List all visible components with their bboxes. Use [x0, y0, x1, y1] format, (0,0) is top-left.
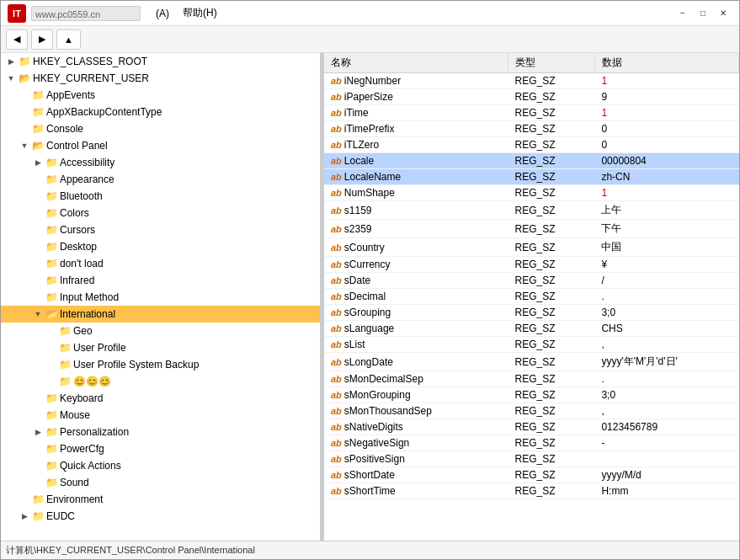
- up-button[interactable]: ▲: [56, 29, 81, 50]
- tree-item-dont-load[interactable]: don't load: [1, 255, 320, 272]
- tree-item-sound[interactable]: Sound: [1, 474, 320, 491]
- cell-value: 1: [594, 185, 738, 201]
- folder-icon: [58, 375, 72, 388]
- col-header-name[interactable]: 名称: [324, 53, 508, 73]
- cell-value: -: [594, 435, 738, 451]
- table-row[interactable]: abLocaleREG_SZ00000804: [324, 153, 739, 169]
- tree-item-international[interactable]: ▼ International: [1, 306, 320, 323]
- table-row[interactable]: absDecimalREG_SZ.: [324, 289, 739, 305]
- folder-icon: [45, 408, 58, 422]
- tree-item-input-method[interactable]: Input Method: [1, 289, 320, 306]
- url-bar: www.pc0559.cn: [31, 6, 141, 21]
- cell-value: ,: [594, 337, 738, 353]
- expander-icon: [31, 173, 45, 186]
- table-row[interactable]: absGroupingREG_SZ3;0: [324, 305, 739, 321]
- table-row[interactable]: abiTimePrefixREG_SZ0: [324, 121, 739, 137]
- tree-item-appxbackup[interactable]: AppXBackupContentType: [1, 104, 320, 120]
- table-row[interactable]: absNegativeSignREG_SZ-: [324, 435, 739, 451]
- tree-item-hkey-current-user[interactable]: ▼ HKEY_CURRENT_USER: [1, 70, 320, 87]
- cell-value: yyyy'年'M'月'd'日': [594, 353, 738, 371]
- tree-item-mouse[interactable]: Mouse: [1, 407, 320, 424]
- tree-item-personalization[interactable]: ▶ Personalization: [1, 424, 320, 440]
- maximize-button[interactable]: □: [694, 4, 712, 23]
- tree-label: don't load: [60, 258, 104, 269]
- tree-item-eudc[interactable]: ▶ EUDC: [1, 508, 320, 525]
- tree-item-powercfg[interactable]: PowerCfg: [1, 440, 320, 457]
- table-row[interactable]: absMonDecimalSepREG_SZ.: [324, 371, 739, 387]
- minimize-button[interactable]: −: [673, 4, 692, 23]
- col-header-type[interactable]: 类型: [508, 53, 595, 73]
- tree-item-hkey-classes-root[interactable]: ▶ HKEY_CLASSES_ROOT: [1, 53, 320, 70]
- table-row[interactable]: absCountryREG_SZ中国: [324, 238, 739, 257]
- expander-icon: [45, 375, 58, 388]
- table-row[interactable]: abs2359REG_SZ下午: [324, 220, 739, 238]
- cell-value: 1: [594, 105, 738, 121]
- expander-icon: ▶: [18, 509, 31, 523]
- cell-value: 0123456789: [594, 419, 738, 435]
- tree-item-user-profile-system[interactable]: User Profile System Backup: [1, 356, 320, 373]
- col-header-data[interactable]: 数据: [594, 53, 738, 73]
- tree-item-environment[interactable]: Environment: [1, 491, 320, 508]
- table-row[interactable]: absPositiveSignREG_SZ: [324, 451, 739, 467]
- table-row[interactable]: absMonGroupingREG_SZ3;0: [324, 387, 739, 403]
- table-row[interactable]: abiTimeREG_SZ1: [324, 105, 739, 121]
- tree-item-cursors[interactable]: Cursors: [1, 221, 320, 238]
- table-row[interactable]: abiNegNumberREG_SZ1: [324, 73, 739, 89]
- tree-item-appevents[interactable]: AppEvents: [1, 87, 320, 104]
- reg-icon: ab: [331, 406, 342, 416]
- tree-item-colors[interactable]: Colors: [1, 205, 320, 221]
- tree-item-console[interactable]: Console: [1, 120, 320, 137]
- table-row[interactable]: absCurrencyREG_SZ¥: [324, 257, 739, 273]
- tree-item-quick-actions[interactable]: Quick Actions: [1, 457, 320, 474]
- back-button[interactable]: ◀: [6, 29, 28, 50]
- cell-name: absPositiveSign: [324, 451, 508, 467]
- table-row[interactable]: absDateREG_SZ/: [324, 273, 739, 289]
- tree-item-control-panel[interactable]: ▼ Control Panel: [1, 137, 320, 154]
- tree-item-user-profile[interactable]: User Profile: [1, 339, 320, 356]
- table-row[interactable]: absShortDateREG_SZyyyy/M/d: [324, 467, 739, 483]
- table-row[interactable]: absMonThousandSepREG_SZ,: [324, 403, 739, 419]
- tree-item-emoji[interactable]: 😊😊😊: [1, 373, 320, 390]
- table-row[interactable]: abNumShapeREG_SZ1: [324, 185, 739, 201]
- expander-icon: [45, 324, 58, 338]
- table-row[interactable]: abLocaleNameREG_SZzh-CN: [324, 169, 739, 185]
- folder-icon: [31, 509, 45, 523]
- table-row[interactable]: abiPaperSizeREG_SZ9: [324, 89, 739, 105]
- cell-type: REG_SZ: [508, 73, 595, 89]
- tree-item-appearance[interactable]: Appearance: [1, 171, 320, 188]
- cell-name: abiTimePrefix: [324, 121, 508, 137]
- cell-value: [594, 451, 738, 467]
- folder-icon: [45, 240, 58, 253]
- table-row[interactable]: absLanguageREG_SZCHS: [324, 321, 739, 337]
- forward-button[interactable]: ▶: [31, 29, 53, 50]
- folder-icon: [45, 206, 58, 220]
- table-row[interactable]: abs1159REG_SZ上午: [324, 201, 739, 220]
- tree-label: HKEY_CLASSES_ROOT: [33, 56, 147, 67]
- cell-name: abs1159: [324, 201, 508, 220]
- tree-item-desktop[interactable]: Desktop: [1, 238, 320, 255]
- table-row[interactable]: absShortTimeREG_SZH:mm: [324, 483, 739, 499]
- tree-label: EUDC: [46, 510, 75, 522]
- window-controls: − □ ✕: [673, 4, 732, 23]
- close-button[interactable]: ✕: [714, 4, 732, 23]
- table-row[interactable]: absLongDateREG_SZyyyy'年'M'月'd'日': [324, 353, 739, 371]
- table-row[interactable]: absNativeDigitsREG_SZ0123456789: [324, 419, 739, 435]
- menu-item-help[interactable]: 帮助(H): [176, 4, 224, 22]
- tree-item-bluetooth[interactable]: Bluetooth: [1, 188, 320, 205]
- status-path: 计算机\HKEY_CURRENT_USER\Control Panel\Inte…: [6, 544, 255, 557]
- tree-item-geo[interactable]: Geo: [1, 323, 320, 339]
- cell-value: CHS: [594, 321, 738, 337]
- reg-icon: ab: [331, 243, 342, 253]
- cell-name: abiTLZero: [324, 137, 508, 153]
- table-row[interactable]: abiTLZeroREG_SZ0: [324, 137, 739, 153]
- cell-type: REG_SZ: [508, 169, 595, 185]
- cell-name: abs2359: [324, 220, 508, 238]
- tree-item-accessibility[interactable]: ▶ Accessibility: [1, 154, 320, 171]
- tree-item-keyboard[interactable]: Keyboard: [1, 390, 320, 407]
- cell-name: absCountry: [324, 238, 508, 257]
- table-row[interactable]: absListREG_SZ,: [324, 337, 739, 353]
- menu-item-a[interactable]: (A): [149, 6, 176, 21]
- tree-item-infrared[interactable]: Infrared: [1, 272, 320, 289]
- cell-name: abLocale: [324, 153, 508, 169]
- folder-icon: [18, 72, 31, 85]
